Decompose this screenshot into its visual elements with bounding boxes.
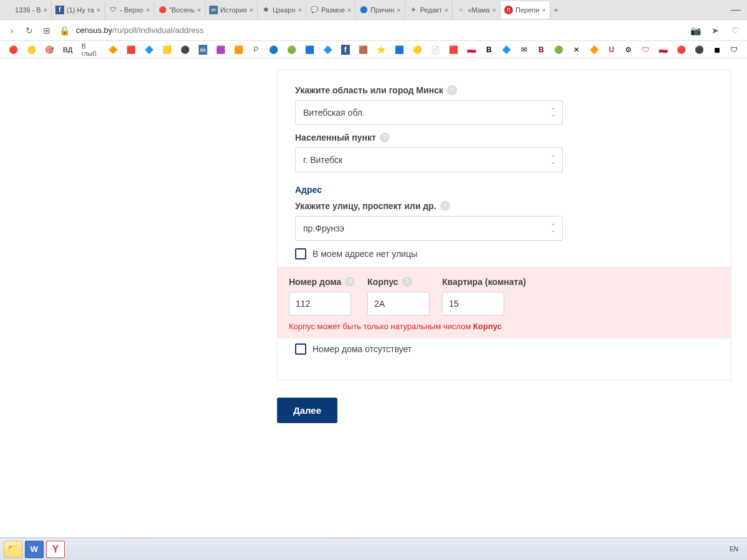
bookmark-icon[interactable]: 🔶 [590,45,599,55]
bookmark-icon[interactable]: ВД [63,45,73,55]
bookmark-icon[interactable]: ⚫ [695,45,704,55]
bookmark-icon[interactable]: 🔴 [9,45,18,55]
forward-icon[interactable]: › [6,25,17,36]
bookmark-icon[interactable]: 🔷 [144,45,154,55]
city-select[interactable]: г. Витебск ⌃⌄ [295,147,563,172]
bookmark-icon[interactable]: 🟥 [449,45,458,55]
help-icon[interactable]: ? [402,277,412,287]
bookmark-icon[interactable]: 🔷 [502,45,511,55]
close-icon[interactable]: × [542,6,545,14]
bookmark-icon[interactable]: ⭐ [377,45,386,55]
help-icon[interactable]: ? [380,133,390,142]
url-path: /ru/poll/individual/address [113,26,204,35]
tab-title: Редакт [420,6,442,14]
bookmark-icon[interactable]: 🔷 [323,45,332,55]
bookmark-icon[interactable]: 🟡 [413,45,422,55]
apartment-input[interactable] [442,292,504,315]
bookmark-icon[interactable]: 🟦 [305,45,314,55]
browser-tab[interactable]: 🔴"Восень× [154,1,205,19]
bookmark-icon[interactable]: 🟨 [162,45,172,55]
bookmark-icon[interactable]: ⚫ [181,45,190,55]
bookmark-icon[interactable]: B [537,45,546,55]
no-house-checkbox[interactable] [295,343,306,355]
help-icon[interactable]: ? [440,201,450,211]
close-icon[interactable]: × [96,6,100,14]
reload-icon[interactable]: ↻ [24,25,35,36]
browser-tab[interactable]: vkИстория× [205,1,258,19]
bookmark-icon[interactable]: 🟥 [126,45,136,55]
bookmark-icon[interactable]: 🇵🇱 [659,45,668,55]
bookmark-icon[interactable]: 📄 [431,45,440,55]
region-select[interactable]: Витебская обл. ⌃⌄ [295,100,563,125]
bookmark-icon[interactable]: U [608,45,616,55]
close-icon[interactable]: × [250,6,253,14]
stepper-icon[interactable]: ⌃⌄ [551,156,556,164]
bookmark-icon[interactable]: ◼ [713,45,721,55]
bookmark-icon[interactable]: ⚙ [624,45,633,55]
stepper-icon[interactable]: ⌃⌄ [551,108,556,117]
word-icon[interactable]: W [25,541,44,558]
bookmark-icon[interactable]: 🛡 [730,45,739,55]
close-icon[interactable]: × [397,6,400,14]
street-select[interactable]: пр.Фрунзэ ⌃⌄ [295,216,563,241]
error-block: Номер дома ? Корпус ? [278,267,731,338]
bookmark-icon[interactable]: P [252,45,261,55]
explorer-icon[interactable]: 📁 [4,541,22,558]
send-icon[interactable]: ➤ [710,25,721,36]
camera-icon[interactable]: 📷 [690,25,701,36]
stepper-icon[interactable]: ⌃⌄ [551,224,556,233]
bookmark-icon[interactable]: 🔴 [677,45,686,55]
close-icon[interactable]: × [298,6,302,14]
bookmark-icon[interactable]: 🟦 [395,45,404,55]
bookmark-icon[interactable]: 🟧 [234,45,243,55]
bookmark-icon[interactable]: 🔶 [108,45,118,55]
no-street-checkbox[interactable] [295,248,306,259]
minimize-icon[interactable]: — [731,4,741,16]
help-icon[interactable]: ? [345,277,355,287]
extensions-grid-icon[interactable]: ⊞ [41,25,52,36]
favorite-icon[interactable]: ♡ [730,25,741,36]
bookmark-icon[interactable]: 🇵🇱 [467,45,476,55]
new-tab-button[interactable]: + [550,1,561,19]
bookmark-icon[interactable]: ✉ [520,45,529,55]
close-icon[interactable]: × [492,6,496,14]
yandex-icon[interactable]: Y [46,541,65,558]
browser-tab[interactable]: 💬Размое× [306,1,355,19]
app-icon: n [504,6,513,14]
facebook-icon: f [55,6,64,14]
browser-tab[interactable]: 1339 - B× [0,1,52,19]
close-icon[interactable]: × [146,6,149,14]
close-icon[interactable]: × [44,6,47,14]
bookmark-icon[interactable]: вк [199,45,207,55]
korpus-input[interactable] [367,292,430,315]
bookmark-icon[interactable]: 🟪 [216,45,225,55]
bookmark-icon[interactable]: ✕ [572,45,581,55]
bookmark-icon[interactable]: 🟢 [554,45,563,55]
browser-tab[interactable]: ✱Цзкарн× [258,1,306,19]
bookmark-text[interactable]: В глыб [82,42,100,57]
browser-tab[interactable]: ✈Редакт× [405,1,453,19]
browser-tab[interactable]: 🛡- Верхо× [105,1,154,19]
language-indicator[interactable]: EN [730,546,743,553]
next-button[interactable]: Далее [277,398,337,423]
bookmark-icon[interactable]: f [341,45,350,55]
url-display[interactable]: census.by/ru/poll/individual/address [76,26,204,35]
browser-tab-active[interactable]: nПерепи× [500,1,550,19]
house-input[interactable] [289,292,351,315]
bookmark-icon[interactable]: B [485,45,494,55]
bookmark-icon[interactable]: 🟡 [27,45,36,55]
close-icon[interactable]: × [197,6,200,14]
browser-tab[interactable]: 🔵Причин× [355,1,405,19]
help-icon[interactable]: ? [447,85,457,95]
close-icon[interactable]: × [444,6,448,14]
browser-tab[interactable]: f(1) Ну та× [52,1,105,19]
bookmark-icon[interactable]: 🔵 [269,45,278,55]
tab-title: «Мама [467,6,489,14]
close-icon[interactable]: × [347,6,351,14]
bookmark-icon[interactable]: 🛡 [642,45,651,55]
tab-title: История [220,6,247,14]
bookmark-icon[interactable]: 🟫 [359,45,368,55]
browser-tab[interactable]: ○«Мама× [453,1,500,19]
bookmark-icon[interactable]: 🎯 [45,45,54,55]
bookmark-icon[interactable]: 🟢 [287,45,296,55]
